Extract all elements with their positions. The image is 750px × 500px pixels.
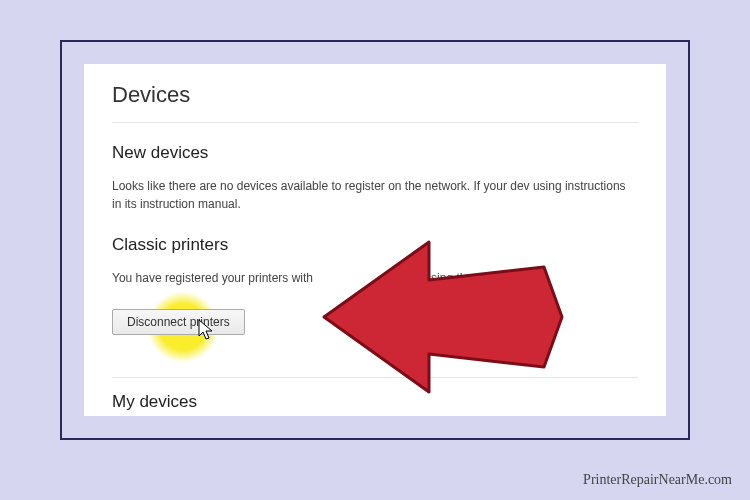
page-title: Devices	[112, 82, 638, 123]
watermark: PrinterRepairNearMe.com	[583, 472, 732, 488]
cursor-icon	[198, 319, 216, 343]
new-devices-body: Looks like there are no devices availabl…	[112, 177, 638, 213]
arrow-icon	[314, 232, 574, 402]
screenshot-frame: Devices New devices Looks like there are…	[60, 40, 690, 440]
disconnect-printers-button[interactable]: Disconnect printers	[112, 309, 245, 335]
new-devices-header: New devices	[112, 143, 638, 163]
section-new-devices: New devices Looks like there are no devi…	[112, 143, 638, 213]
